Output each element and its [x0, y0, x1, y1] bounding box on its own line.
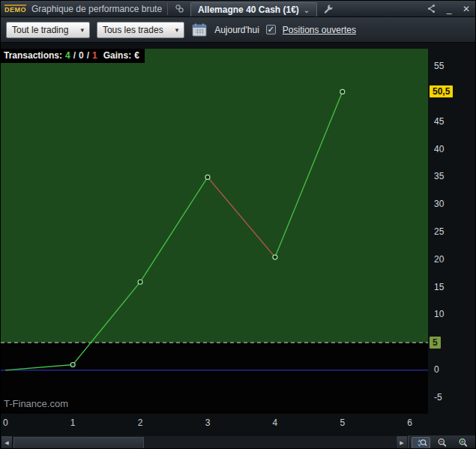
separator: /: [73, 50, 76, 61]
y-tick-label: 15: [434, 282, 444, 293]
stats-overlay: Transactions: 4 / 0 / 1 Gains: €: [1, 49, 145, 63]
plot-area[interactable]: Transactions: 4 / 0 / 1 Gains: € T-Finan…: [1, 49, 428, 414]
zoom-in-icon[interactable]: [454, 437, 472, 449]
instrument-tab[interactable]: Allemagne 40 Cash (1€) ⌄: [190, 2, 317, 16]
open-positions-checkbox[interactable]: ✓: [266, 25, 276, 34]
y-tick-label: 45: [434, 116, 444, 127]
check-icon: ✓: [268, 25, 274, 34]
x-tick-label: 4: [270, 418, 280, 428]
threshold-badge: 5: [430, 337, 441, 349]
bottom-bar: ◀ ▶: [1, 436, 475, 449]
separator: /: [87, 50, 89, 61]
trades-filter-value: Tous les trades: [103, 25, 163, 35]
y-tick-label: 20: [434, 254, 444, 265]
scrollbar-track[interactable]: [13, 436, 396, 449]
gains-label: Gains:: [103, 50, 131, 61]
y-tick-label: 25: [434, 226, 444, 238]
y-tick-label: 10: [434, 309, 444, 320]
zoom-out-icon[interactable]: [433, 437, 451, 449]
y-axis: 5545403530252015100-550,55: [428, 43, 476, 436]
watermark: T-Finance.com: [4, 398, 68, 409]
titlebar-divider: [167, 3, 168, 15]
winning-trades-count: 4: [65, 50, 70, 61]
window-title: Graphique de performance brute: [31, 4, 162, 14]
instrument-tab-label: Allemagne 40 Cash (1€): [198, 4, 299, 15]
chevron-down-icon: ▾: [80, 26, 84, 34]
wrench-icon[interactable]: [322, 3, 334, 15]
title-bar: DEMO Graphique de performance brute Alle…: [1, 1, 475, 17]
trading-scope-value: Tout le trading: [12, 25, 68, 35]
calendar-icon[interactable]: [191, 22, 208, 37]
scroll-right-button[interactable]: ▶: [396, 436, 408, 449]
minimize-button[interactable]: _: [444, 4, 454, 14]
y-tick-label: 0: [434, 364, 439, 376]
last-value-badge: 50,5: [430, 85, 453, 97]
chart-region: Transactions: 4 / 0 / 1 Gains: € T-Finan…: [1, 43, 476, 436]
x-tick-label: 3: [202, 418, 213, 428]
x-axis: 0123456: [1, 415, 428, 432]
link-icon: [173, 3, 185, 15]
demo-logo: DEMO: [4, 4, 26, 13]
x-tick-label: 5: [337, 418, 348, 428]
gains-value: €: [134, 50, 139, 61]
chevron-down-icon: ▾: [175, 26, 179, 34]
chart-svg: [1, 49, 428, 414]
date-range-label[interactable]: Aujourd'hui: [214, 25, 259, 35]
losing-trades-count: 1: [92, 50, 97, 61]
share-icon[interactable]: [425, 3, 437, 15]
y-tick-label: -5: [434, 392, 442, 403]
transactions-label: Transactions:: [4, 50, 62, 61]
y-tick-label: 40: [434, 144, 444, 155]
x-tick-label: 1: [67, 418, 78, 428]
scroll-left-button[interactable]: ◀: [1, 436, 13, 449]
performance-chart-window: DEMO Graphique de performance brute Alle…: [0, 0, 476, 449]
trading-scope-select[interactable]: Tout le trading ▾: [6, 22, 90, 38]
window-controls: _ ✕: [425, 3, 472, 15]
close-button[interactable]: ✕: [461, 4, 472, 14]
y-tick-label: 35: [434, 171, 444, 182]
chevron-down-icon: ⌄: [304, 6, 310, 14]
x-tick-label: 2: [135, 418, 145, 428]
y-tick-label: 55: [434, 61, 444, 72]
neutral-trades-count: 0: [79, 50, 84, 61]
vertical-zoom-icon[interactable]: [412, 437, 430, 449]
scrollbar-thumb[interactable]: [13, 437, 144, 449]
x-tick-label: 6: [405, 418, 415, 428]
x-tick-label: 0: [0, 418, 10, 428]
toolbar: Tout le trading ▾ Tous les trades ▾ Aujo…: [1, 17, 475, 43]
y-tick-label: 30: [434, 199, 444, 210]
open-positions-label[interactable]: Positions ouvertes: [283, 25, 356, 35]
trades-filter-select[interactable]: Tous les trades ▾: [97, 22, 184, 38]
zoom-tools: [408, 436, 475, 449]
